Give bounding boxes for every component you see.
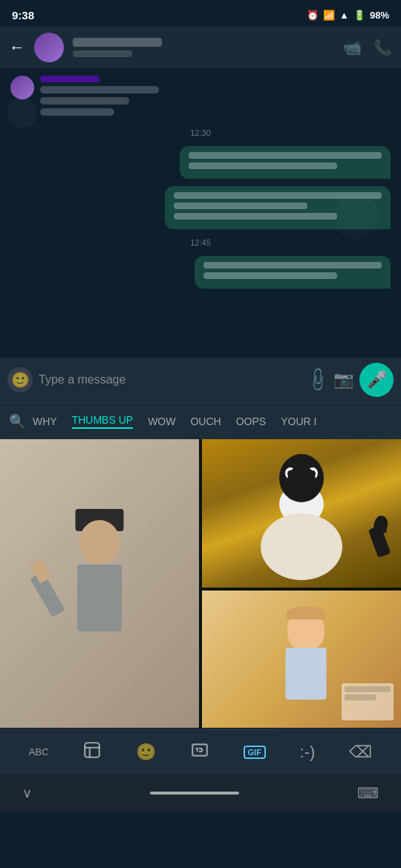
- svg-rect-1: [192, 744, 207, 755]
- sent-text-4: [174, 203, 307, 209]
- contact-name: [73, 38, 162, 47]
- message-text-line-1: [40, 86, 159, 93]
- mic-button[interactable]: 🎤: [359, 363, 394, 397]
- sent-message-2: [165, 186, 391, 229]
- gif-cat-youri[interactable]: YOUR I: [281, 415, 316, 427]
- chat-messages: 12:30 12:45: [0, 68, 401, 358]
- nav-bar: ∨ ⌨: [0, 775, 401, 812]
- sticker-icon[interactable]: [82, 740, 102, 764]
- svg-rect-0: [85, 743, 100, 757]
- received-message-1: [10, 76, 159, 119]
- message-text-line-3: [40, 108, 114, 116]
- gif-categories: WHY THUMBS UP WOW OUCH OOPS YOUR I: [33, 414, 316, 429]
- emoticon-icon[interactable]: :-): [300, 743, 316, 762]
- status-bar: 9:38 ⏰ 📶 ▲ 🔋 98%: [0, 0, 401, 27]
- sent-text-1: [189, 152, 382, 159]
- card-object: [342, 683, 394, 720]
- home-indicator: [150, 792, 239, 795]
- signal-icon: ▲: [339, 10, 349, 21]
- header-actions: 📹 📞: [343, 39, 392, 56]
- gif-figure-3: [261, 609, 351, 728]
- emoji-button[interactable]: 🙂: [7, 367, 33, 392]
- message-input-area: 🙂 📎 📷 🎤: [0, 358, 401, 402]
- gif-figure-2: [48, 505, 151, 728]
- message-text-line-2: [40, 97, 129, 105]
- wifi-icon: 📶: [323, 10, 335, 21]
- sender-name: [40, 76, 100, 82]
- battery-percent: 98%: [370, 10, 389, 21]
- back-button[interactable]: ←: [9, 38, 25, 57]
- gif-item-1[interactable]: [202, 439, 401, 588]
- contact-status: [73, 50, 132, 57]
- emoji-face-icon[interactable]: 🙂: [136, 743, 156, 762]
- contact-info: [73, 38, 334, 57]
- time: 9:38: [12, 9, 34, 22]
- keyboard-toolbar: ABC 🙂 GIF :-) ⌫: [0, 729, 401, 775]
- sent-message-3: [195, 256, 391, 289]
- sent-text-5: [174, 213, 337, 220]
- contact-avatar: [34, 33, 64, 62]
- search-icon[interactable]: 🔍: [9, 413, 25, 430]
- battery-icon: 🔋: [353, 10, 365, 21]
- nav-chevron-icon[interactable]: ∨: [22, 785, 32, 801]
- camera-icon[interactable]: 📷: [333, 370, 353, 389]
- phone-call-icon[interactable]: 📞: [374, 39, 392, 56]
- abc-button[interactable]: ABC: [29, 746, 49, 757]
- gif-cat-thumbsup[interactable]: THUMBS UP: [72, 414, 133, 429]
- chat-header: ← 📹 📞: [0, 27, 401, 68]
- delete-icon[interactable]: ⌫: [349, 743, 372, 762]
- sent-text-7: [203, 272, 337, 279]
- gif-cat-wow[interactable]: WOW: [148, 415, 175, 427]
- gif-cat-why[interactable]: WHY: [33, 415, 57, 427]
- attachment-icon[interactable]: 📎: [304, 366, 331, 393]
- sent-text-3: [174, 192, 382, 199]
- gif-badge: GIF: [244, 746, 266, 759]
- gif-keyboard-icon[interactable]: [190, 740, 209, 764]
- sender-avatar: [10, 76, 34, 99]
- gif-cat-oops[interactable]: OOPS: [236, 415, 266, 427]
- gif-grid: [0, 439, 401, 729]
- alarm-icon: ⏰: [307, 10, 319, 21]
- gif-item-2[interactable]: [0, 439, 199, 728]
- video-call-icon[interactable]: 📹: [343, 39, 362, 56]
- status-icons: ⏰ 📶 ▲ 🔋 98%: [307, 10, 389, 21]
- gif-item-3[interactable]: [202, 591, 401, 728]
- message-timestamp: 12:30: [190, 128, 211, 137]
- sent-text-2: [189, 162, 337, 169]
- sent-message-1: [180, 146, 391, 179]
- gif-cat-ouch[interactable]: OUCH: [190, 415, 221, 427]
- message-input[interactable]: [39, 373, 301, 387]
- message-timestamp-2: 12:45: [190, 238, 211, 247]
- gif-search-bar: 🔍 WHY THUMBS UP WOW OUCH OOPS YOUR I: [0, 402, 401, 439]
- message-bubble: [40, 76, 159, 119]
- sent-text-6: [203, 262, 382, 269]
- gif-button[interactable]: GIF: [244, 746, 266, 759]
- keyboard-icon[interactable]: ⌨: [357, 784, 379, 802]
